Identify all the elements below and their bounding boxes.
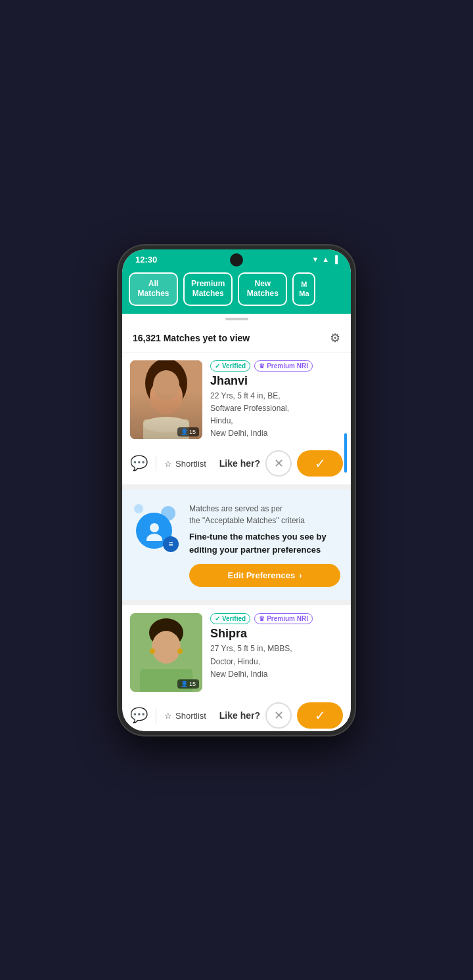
- accept-button-shipra[interactable]: ✓: [297, 702, 343, 729]
- profile-card-shipra: 👤 15 ✓ Verified ♛ Premium N: [122, 605, 351, 731]
- profile-name-shipra: Shipra: [210, 627, 343, 641]
- battery-icon: ▐: [332, 255, 338, 263]
- svg-point-6: [146, 534, 162, 541]
- scroll-handle: [225, 318, 248, 320]
- main-content[interactable]: 16,321 Matches yet to view ⚙︎: [122, 324, 351, 731]
- chat-button-shipra[interactable]: 💬: [130, 707, 148, 724]
- like-section-shipra: Like her? ✕ ✓: [219, 702, 343, 729]
- shortlist-button-shipra[interactable]: ☆ Shortlist: [164, 711, 206, 721]
- svg-point-1: [145, 360, 187, 408]
- arrow-icon: ›: [299, 570, 302, 580]
- info-text: Matches are served as per the "Acceptabl…: [189, 503, 340, 587]
- profile-photo-wrap-jhanvi[interactable]: 👤 15: [130, 360, 202, 440]
- verified-check-icon-jhanvi: ✓: [215, 362, 220, 370]
- badge-premium-jhanvi: ♛ Premium NRI: [254, 360, 313, 372]
- badge-verified-shipra: ✓ Verified: [210, 613, 250, 624]
- avatar-xs-icon: [134, 504, 143, 513]
- badge-premium-shipra: ♛ Premium NRI: [254, 613, 313, 624]
- info-subtitle: Matches are served as per the "Acceptabl…: [189, 503, 340, 526]
- profile-photo-wrap-shipra[interactable]: 👤 15: [130, 613, 202, 692]
- photo-icon-shipra: 👤: [181, 681, 188, 687]
- notch: [230, 253, 243, 266]
- scroll-indicator-right: [344, 433, 347, 473]
- profile-name-jhanvi: Jhanvi: [210, 374, 343, 388]
- photo-count-jhanvi: 👤 15: [177, 427, 199, 437]
- profile-card-top-shipra: 👤 15 ✓ Verified ♛ Premium N: [122, 605, 351, 697]
- shortlist-button-jhanvi[interactable]: ☆ Shortlist: [164, 459, 206, 469]
- badge-row-shipra: ✓ Verified ♛ Premium NRI: [210, 613, 343, 624]
- tab-more-matches[interactable]: M Ma: [292, 272, 315, 306]
- profile-details-jhanvi: 22 Yrs, 5 ft 4 in, BE, Software Professi…: [210, 390, 343, 440]
- tab-all-matches[interactable]: All Matches: [129, 272, 178, 306]
- star-icon-jhanvi: ☆: [164, 459, 172, 469]
- svg-point-5: [150, 523, 159, 532]
- chat-button-jhanvi[interactable]: 💬: [130, 455, 148, 472]
- crown-icon-shipra: ♛: [259, 615, 265, 622]
- status-icons: ▼ ▲ ▐: [311, 255, 338, 263]
- badge-verified-jhanvi: ✓ Verified: [210, 360, 250, 372]
- settings-badge-icon: ≡: [163, 536, 179, 552]
- tab-bar: All Matches Premium Matches New Matches …: [122, 267, 351, 314]
- verified-check-icon-shipra: ✓: [215, 615, 220, 622]
- reject-button-shipra[interactable]: ✕: [265, 702, 292, 729]
- svg-point-12: [177, 649, 183, 654]
- wifi-icon: ▼: [311, 255, 319, 263]
- like-label-jhanvi: Like her?: [219, 458, 260, 469]
- action-left-jhanvi: 💬 ☆ Shortlist: [130, 455, 206, 472]
- signal-icon: ▲: [322, 255, 329, 263]
- divider-jhanvi: [156, 456, 156, 471]
- photo-icon-jhanvi: 👤: [181, 429, 188, 435]
- divider-shipra: [156, 708, 156, 723]
- badge-row-jhanvi: ✓ Verified ♛ Premium NRI: [210, 360, 343, 372]
- sliders-icon: ≡: [168, 540, 173, 549]
- profile-info-shipra: ✓ Verified ♛ Premium NRI Shipra 27 Yrs, …: [210, 613, 343, 692]
- profile-info-jhanvi: ✓ Verified ♛ Premium NRI Jhanvi 22 Yrs, …: [210, 360, 343, 440]
- like-section-jhanvi: Like her? ✕ ✓: [219, 450, 343, 477]
- photo-count-shipra: 👤 15: [177, 679, 199, 689]
- edit-preferences-button[interactable]: Edit Preferences ›: [189, 564, 340, 587]
- phone-frame: 12:30 ▼ ▲ ▐ All Matches Premium Matches …: [118, 245, 355, 735]
- profile-details-shipra: 27 Yrs, 5 ft 5 in, MBBS, Doctor, Hindu, …: [210, 643, 343, 681]
- filter-icon[interactable]: ⚙︎: [330, 331, 340, 345]
- reject-button-jhanvi[interactable]: ✕: [265, 450, 292, 477]
- tab-premium-matches[interactable]: Premium Matches: [183, 272, 233, 306]
- svg-point-11: [150, 649, 155, 654]
- info-banner: ≡ Matches are served as per the "Accepta…: [122, 490, 351, 605]
- status-time: 12:30: [135, 255, 157, 265]
- match-count-bar: 16,321 Matches yet to view ⚙︎: [122, 324, 351, 352]
- profile-card-jhanvi: 👤 15 ✓ Verified ♛ Premium N: [122, 352, 351, 490]
- accept-button-jhanvi[interactable]: ✓: [297, 450, 343, 477]
- svg-point-2: [150, 378, 183, 415]
- info-icon-stack: ≡: [133, 503, 179, 555]
- phone-screen: 12:30 ▼ ▲ ▐ All Matches Premium Matches …: [122, 249, 351, 731]
- scroll-indicator: [122, 314, 351, 324]
- svg-point-10: [152, 631, 181, 664]
- tab-new-matches[interactable]: New Matches: [238, 272, 287, 306]
- action-row-shipra: 💬 ☆ Shortlist Like her? ✕ ✓: [122, 697, 351, 731]
- action-left-shipra: 💬 ☆ Shortlist: [130, 707, 206, 724]
- profile-card-top-jhanvi: 👤 15 ✓ Verified ♛ Premium N: [122, 352, 351, 446]
- like-label-shipra: Like her?: [219, 710, 260, 721]
- crown-icon-jhanvi: ♛: [259, 362, 265, 370]
- match-count-text: 16,321 Matches yet to view: [133, 333, 250, 343]
- star-icon-shipra: ☆: [164, 711, 172, 721]
- info-title: Fine-tune the matches you see by editing…: [189, 530, 340, 556]
- action-row-jhanvi: 💬 ☆ Shortlist Like her? ✕ ✓: [122, 445, 351, 484]
